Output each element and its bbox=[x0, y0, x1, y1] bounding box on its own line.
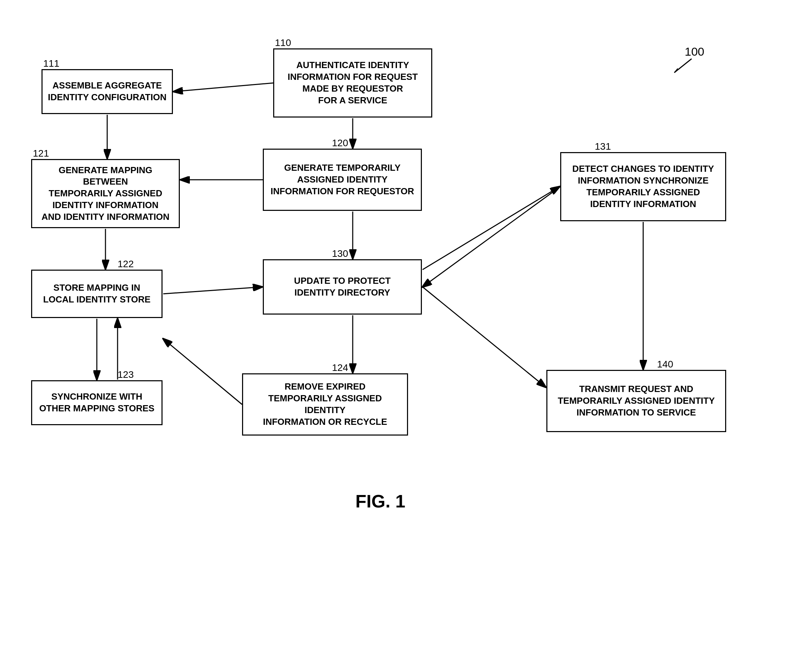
label-131: 131 bbox=[595, 141, 611, 152]
ref-100: 100 bbox=[685, 45, 704, 58]
box-130: UPDATE TO PROTECT IDENTITY DIRECTORY bbox=[263, 259, 422, 314]
svg-line-11 bbox=[423, 287, 545, 387]
svg-line-2 bbox=[174, 83, 273, 92]
label-110: 110 bbox=[275, 37, 291, 49]
figure-label: FIG. 1 bbox=[311, 491, 450, 512]
box-110: AUTHENTICATE IDENTITY INFORMATION FOR RE… bbox=[273, 49, 432, 118]
box-120: GENERATE TEMPORARILY ASSIGNED IDENTITY I… bbox=[263, 149, 422, 211]
box-111: ASSEMBLE AGGREGATE IDENTITY CONFIGURATIO… bbox=[41, 69, 173, 114]
svg-line-17 bbox=[674, 68, 678, 72]
svg-line-16 bbox=[674, 59, 692, 72]
label-122: 122 bbox=[118, 259, 134, 270]
svg-line-7 bbox=[163, 287, 262, 294]
label-111: 111 bbox=[43, 58, 60, 69]
label-120: 120 bbox=[332, 138, 348, 149]
box-123: SYNCHRONIZE WITH OTHER MAPPING STORES bbox=[31, 380, 162, 425]
label-130: 130 bbox=[332, 248, 348, 259]
diagram-container: 100 AUTHENTICATE IDENTITY INFORMATION FO… bbox=[0, 0, 786, 672]
box-140: TRANSMIT REQUEST AND TEMPORARILY ASSIGNE… bbox=[546, 370, 726, 432]
svg-line-9 bbox=[423, 187, 560, 270]
label-123: 123 bbox=[118, 369, 134, 380]
box-124: REMOVE EXPIRED TEMPORARILY ASSIGNED IDEN… bbox=[242, 373, 408, 436]
box-122: STORE MAPPING IN LOCAL IDENTITY STORE bbox=[31, 270, 162, 318]
box-131: DETECT CHANGES TO IDENTITY INFORMATION S… bbox=[560, 152, 726, 221]
label-124: 124 bbox=[332, 362, 348, 373]
svg-line-8 bbox=[423, 187, 560, 287]
label-140: 140 bbox=[657, 359, 673, 370]
box-121: GENERATE MAPPING BETWEEN TEMPORARILY ASS… bbox=[31, 159, 180, 228]
svg-line-15 bbox=[163, 339, 242, 404]
label-121: 121 bbox=[33, 148, 49, 159]
